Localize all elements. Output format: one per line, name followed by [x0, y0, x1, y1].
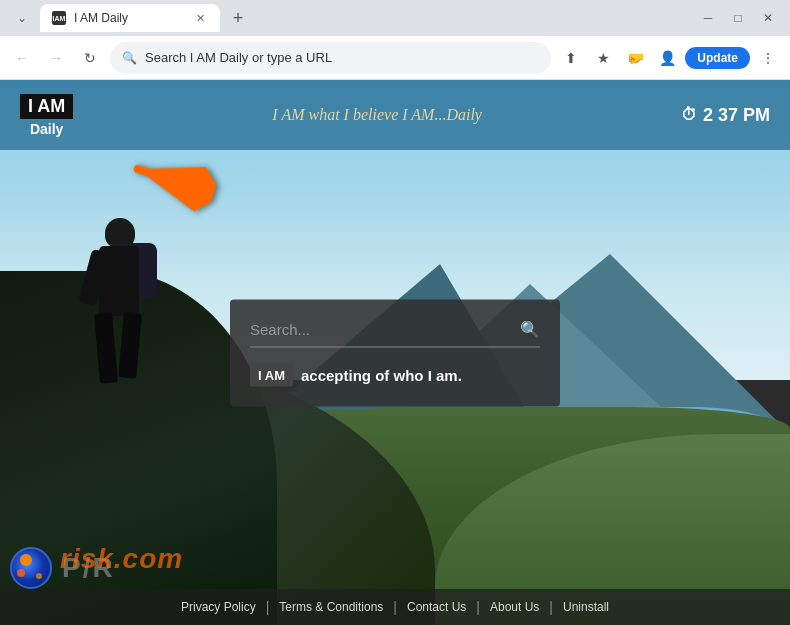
site-logo: I AM Daily	[20, 94, 73, 137]
clock-time: 2 37 PM	[703, 105, 770, 126]
watermark-globe	[10, 547, 52, 589]
close-button[interactable]: ✕	[754, 4, 782, 32]
site-header: I AM Daily I AM what I believe I AM...Da…	[0, 80, 790, 150]
update-button[interactable]: Update	[685, 47, 750, 69]
footer-privacy[interactable]: Privacy Policy	[171, 600, 266, 614]
back-button[interactable]: ←	[8, 44, 36, 72]
search-icon[interactable]: 🔍	[520, 319, 540, 338]
share-icon[interactable]: ⬆	[557, 44, 585, 72]
nav-chevron-down[interactable]: ⌄	[8, 4, 36, 32]
extensions-icon[interactable]: 🤛	[621, 44, 649, 72]
person-silhouette	[63, 218, 183, 418]
tab-favicon: IAM	[52, 11, 66, 25]
active-tab[interactable]: IAM I AM Daily ✕	[40, 4, 220, 32]
site-footer: Privacy Policy | Terms & Conditions | Co…	[0, 589, 790, 625]
address-search-icon: 🔍	[122, 51, 137, 65]
nav-bar: ← → ↻ 🔍 Search I AM Daily or type a URL …	[0, 36, 790, 80]
bookmark-icon[interactable]: ★	[589, 44, 617, 72]
menu-icon[interactable]: ⋮	[754, 44, 782, 72]
title-bar: ⌄ IAM I AM Daily ✕ + ─ □ ✕	[0, 0, 790, 36]
new-tab-button[interactable]: +	[224, 4, 252, 32]
svg-line-1	[138, 144, 209, 217]
globe-highlight	[20, 554, 32, 566]
search-container: 🔍 I AM accepting of who I am.	[230, 299, 560, 406]
footer-uninstall[interactable]: Uninstall	[553, 600, 619, 614]
profile-icon[interactable]: 👤	[653, 44, 681, 72]
logo-i: I	[28, 96, 37, 116]
search-box: 🔍	[250, 319, 540, 347]
globe-dot-2	[17, 569, 25, 577]
iam-badge: I AM	[250, 363, 293, 386]
minimize-button[interactable]: ─	[694, 4, 722, 32]
search-input[interactable]	[250, 320, 520, 337]
logo-daily: Daily	[30, 121, 63, 137]
clock-icon: ⏱	[681, 106, 697, 124]
affirmation-bar: I AM accepting of who I am.	[250, 363, 540, 386]
risk-overlay: risk.com	[60, 543, 183, 575]
logo-top: I AM	[20, 94, 73, 119]
address-text: Search I AM Daily or type a URL	[145, 50, 539, 65]
logo-am: AM	[37, 96, 65, 116]
address-bar[interactable]: 🔍 Search I AM Daily or type a URL	[110, 42, 551, 74]
globe-dot-3	[36, 573, 42, 579]
affirmation-text: accepting of who I am.	[301, 366, 462, 383]
maximize-button[interactable]: □	[724, 4, 752, 32]
browser-frame: ⌄ IAM I AM Daily ✕ + ─ □ ✕ ← → ↻ 🔍 Searc…	[0, 0, 790, 625]
tab-close-button[interactable]: ✕	[192, 10, 208, 26]
person-body	[63, 218, 183, 418]
person-leg-2	[118, 312, 142, 378]
site-tagline: I AM what I believe I AM...Daily	[73, 106, 681, 124]
footer-contact[interactable]: Contact Us	[397, 600, 476, 614]
forward-button[interactable]: →	[42, 44, 70, 72]
footer-about[interactable]: About Us	[480, 600, 549, 614]
tab-title: I AM Daily	[74, 11, 128, 25]
footer-terms[interactable]: Terms & Conditions	[269, 600, 393, 614]
page-content: I AM Daily I AM what I believe I AM...Da…	[0, 80, 790, 625]
clock: ⏱ 2 37 PM	[681, 105, 770, 126]
window-controls: ─ □ ✕	[694, 4, 782, 32]
nav-actions: ⬆ ★ 🤛 👤 Update ⋮	[557, 44, 782, 72]
reload-button[interactable]: ↻	[76, 44, 104, 72]
person-leg-1	[94, 312, 118, 383]
